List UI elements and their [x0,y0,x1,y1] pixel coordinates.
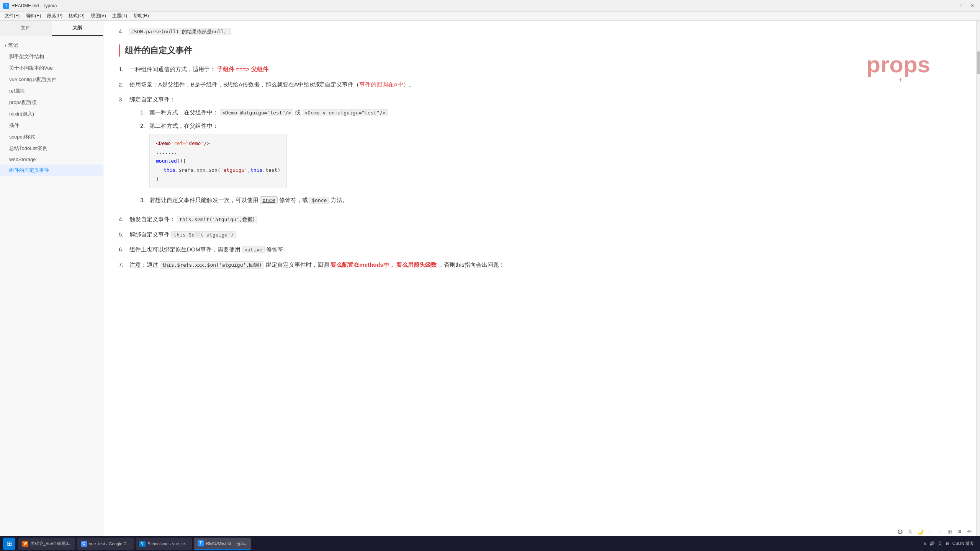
highlight-7-1: 要么配置在methods中， [330,261,395,268]
list-content-5: 解绑自定义事件 this.$off('atguigu') [129,230,961,240]
tray-up-arrow[interactable]: ∧ [923,541,926,546]
word-icon: W [22,541,28,547]
scrollbar[interactable] [976,21,980,536]
tab-outline[interactable]: 大纲 [52,21,103,36]
sidebar-item-webstorage[interactable]: webStorage [0,154,103,165]
code-ref-attr: ref= [174,140,186,146]
text-7-suffix: ，否则this指向会出问题！ [438,261,504,268]
sub-text-3-3-prefix: 若想让自定义事件只能触发一次，可以使用 [149,197,258,203]
taskbar-item-word[interactable]: W 尚硅谷_Vue全家桶d... [18,538,75,550]
app-body: 文件 大纲 ▾ 笔记 脚手架文件结构 关于不同版本的Vue vue.config… [0,21,980,536]
sidebar-item-props[interactable]: props配置项 [0,97,103,108]
sidebar-item-mixin[interactable]: mixin(混入) [0,108,103,120]
taskbar-item-typora[interactable]: T README.md - Typo... [194,538,251,550]
windows-icon: ⊞ [7,540,12,547]
list-item-2: 2. 使用场景：A是父组件，B是子组件，B想给A传数据，那么就要在A中给B绑定自… [119,80,961,90]
tray-ime[interactable]: 英 [938,541,942,546]
maximize-button[interactable]: □ [957,2,966,10]
code-line-4: this.$refs.xxx.$on('atguigu',this.test) [156,166,280,174]
tray-csdn: CSDN 博客 [952,541,974,546]
list-item-3: 3. 绑定自定义事件： 1. 第一种方式，在父组件中： <Demo @atgui… [119,95,961,209]
sidebar-section-notes[interactable]: ▾ 笔记 [0,39,103,51]
text-7-prefix: 注意：通过 [129,261,158,268]
list-content-6: 组件上也可以绑定原生DOM事件，需要使用 native 修饰符。 [129,245,961,254]
list-num-6: 6. [119,245,129,254]
chrome-icon: C [81,541,87,547]
menu-icon[interactable]: ≡ [955,527,964,536]
main-content: props + 4. JSON.parse(null) 的结果依然是null。 … [103,21,976,536]
menu-paragraph[interactable]: 段落(P) [44,12,65,20]
close-button[interactable]: ✕ [968,2,977,10]
menu-view[interactable]: 视图(V) [88,12,109,20]
native-code: native [242,246,265,253]
tab-file[interactable]: 文件 [0,21,52,36]
menu-help[interactable]: 帮助(H) [130,12,152,20]
list-num-1: 1. [119,64,129,74]
taskbar-item-chrome[interactable]: C vue_test - Google C... [77,538,134,550]
title-bar: T README.md - Typora — □ ✕ [0,0,980,11]
scrollbar-thumb[interactable] [977,51,980,74]
menu-file[interactable]: 文件(F) [2,12,23,20]
section-label: 笔记 [8,42,18,49]
sidebar-item-custom-events[interactable]: 组件的自定义事件 [0,165,103,176]
sub-num-3-3: 3. [140,195,149,205]
text-6-prefix: 组件上也可以绑定原生DOM事件，需要使用 [129,246,241,253]
power-icon[interactable]: ⏻ [896,527,904,536]
text-prefix-1: 一种组件间通信的方式，适用于： [129,66,216,72]
sidebar-item-ref[interactable]: ref属性 [0,85,103,97]
list-item-7: 7. 注意：通过 this.$refs.xxx.$on('atguigu',回调… [119,260,961,270]
list-content-3: 绑定自定义事件： 1. 第一种方式，在父组件中： <Demo @atguigu=… [129,95,961,209]
list-num-5: 5. [119,230,129,240]
list-content-1: 一种组件间通信的方式，适用于： 子组件 ===> 父组件 [129,64,961,74]
list-num-2: 2. [119,80,129,90]
moon-icon[interactable]: 🌙 [916,527,924,536]
sidebar-item-scoped[interactable]: scoped样式 [0,131,103,143]
collapse-arrow-icon: ▾ [5,43,7,47]
breadcrumb-num: 4. [119,28,126,34]
code-demo-close: /> [204,140,210,146]
off-code: this.$off('atguigu') [171,231,236,238]
sub-text-3-3-mid: 修饰符，或 [279,197,308,203]
list-num-4: 4. [119,214,129,224]
start-button[interactable]: ⊞ [3,538,15,550]
minimize-button[interactable]: — [946,2,955,10]
sidebar-item-scaffold[interactable]: 脚手架文件结构 [0,51,103,62]
grid-icon[interactable]: ⊞ [946,527,954,536]
taskbar-item-vscode[interactable]: V School.vue - vue_te... [136,538,192,550]
sub-item-3-1: 1. 第一种方式，在父组件中： <Demo @atguigu="test"/> … [140,108,961,117]
code-ref-val: "demo" [186,140,204,146]
dot2-icon[interactable]: · [936,527,944,536]
menu-bar: 文件(F) 编辑(E) 段落(P) 格式(O) 视图(V) 主题(T) 帮助(H… [0,11,980,21]
typora-icon: T [198,540,204,546]
menu-edit[interactable]: 编辑(E) [23,12,44,20]
sidebar-item-plugin[interactable]: 插件 [0,120,103,131]
text-3: 绑定自定义事件： [129,96,175,103]
sub-text-mid-3-1: 或 [295,109,302,116]
lang-icon[interactable]: 英 [906,527,914,536]
sidebar-item-vue-config[interactable]: vue.config.js配置文件 [0,74,103,85]
code-mounted-kw: mounted [156,158,177,164]
text-2: 使用场景：A是父组件，B是子组件，B想给A传数据，那么就要在A中给B绑定自定义事… [129,81,359,88]
window-title: README.md - Typora [11,3,946,8]
sidebar: 文件 大纲 ▾ 笔记 脚手架文件结构 关于不同版本的Vue vue.config… [0,21,103,536]
tray-screen-icon[interactable]: 🖥 [945,541,949,546]
sub-item-3-3: 3. 若想让自定义事件只能触发一次，可以使用 once 修饰符，或 $once … [140,195,961,205]
list-item-1: 1. 一种组件间通信的方式，适用于： 子组件 ===> 父组件 [119,64,961,74]
text-7-mid: 绑定自定义事件时，回调 [266,261,329,268]
tray-speaker-icon[interactable]: 🔊 [929,541,935,546]
pencil-icon[interactable]: ✏ [965,527,974,536]
sub-text-3-3-suffix: 方法。 [331,197,348,203]
toolbar-icons: ⏻ 英 🌙 · · ⊞ ≡ ✏ [896,527,974,536]
code-line-3: mounted(){ [156,156,280,165]
code-line-5: } [156,174,280,183]
sub-text-3-1: 第一种方式，在父组件中： [149,109,218,116]
dot1-icon[interactable]: · [926,527,934,536]
code-line-2: ....... [156,148,280,156]
sidebar-item-vue-versions[interactable]: 关于不同版本的Vue [0,62,103,74]
taskbar: ⊞ W 尚硅谷_Vue全家桶d... C vue_test - Google C… [0,536,980,551]
sidebar-item-todolist[interactable]: 总结TodoList案例 [0,143,103,154]
breadcrumb-text: JSON.parse(null) 的结果依然是null。 [129,28,231,35]
sub-content-3-1: 第一种方式，在父组件中： <Demo @atguigu="test"/> 或 <… [149,108,388,117]
menu-format[interactable]: 格式(O) [65,12,87,20]
menu-theme[interactable]: 主题(T) [109,12,130,20]
